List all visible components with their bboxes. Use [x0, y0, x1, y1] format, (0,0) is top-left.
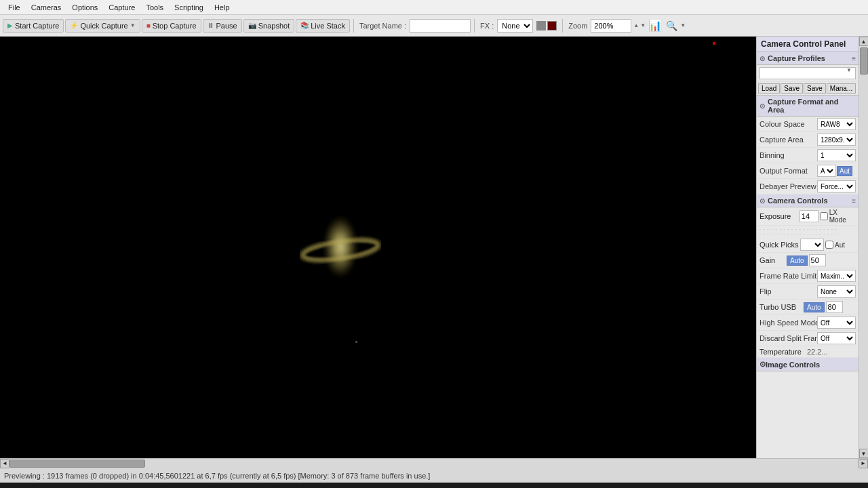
- exposure-slider-row-2[interactable]: · · · · · · · · · · · · · · · · · · · ·: [757, 232, 859, 237]
- lx-mode-checkbox[interactable]: [820, 212, 828, 220]
- magnifier-dropdown-icon[interactable]: ▼: [680, 22, 686, 28]
- zoom-input[interactable]: [591, 19, 631, 33]
- pause-button[interactable]: ⏸ Pause: [203, 19, 242, 33]
- save-button[interactable]: Save: [804, 83, 826, 94]
- debayer-preview-row: Debayer Preview Force...: [757, 179, 859, 195]
- load-button[interactable]: Load: [758, 83, 780, 94]
- scroll-right-button[interactable]: ►: [859, 459, 868, 468]
- exposure-row: Exposure LX Mode: [757, 207, 859, 226]
- menu-file[interactable]: File: [3, 2, 26, 13]
- debayer-preview-select[interactable]: Force...: [817, 180, 856, 192]
- gain-auto-button[interactable]: Auto: [787, 256, 808, 266]
- turbo-usb-row: Turbo USB Auto: [757, 300, 859, 315]
- discard-split-frames-label: Discard Split Frames: [760, 334, 817, 342]
- quick-capture-button[interactable]: ⚡ Quick Capture ▼: [65, 19, 140, 33]
- main-layout: Camera Control Panel ⊙ Capture Profiles …: [0, 37, 868, 458]
- quick-picks-label: Quick Picks: [760, 241, 800, 249]
- target-name-input[interactable]: [410, 19, 471, 33]
- target-name-label: Target Name :: [359, 22, 406, 30]
- histogram-icon[interactable]: 📊: [648, 19, 662, 32]
- camera-controls-header: ⊙ Camera Controls ≡: [757, 195, 859, 207]
- camera-controls-menu-icon[interactable]: ≡: [852, 197, 856, 205]
- start-capture-button[interactable]: ▶ Start Capture: [3, 19, 64, 33]
- image-area: [0, 37, 756, 458]
- scroll-down-button[interactable]: ▼: [859, 449, 869, 458]
- snapshot-button[interactable]: 📷 Snapshot: [243, 19, 294, 33]
- collapse-image-icon[interactable]: ⊙: [760, 360, 766, 369]
- quick-picks-auto-label: Aut: [835, 241, 845, 249]
- zoom-label: Zoom: [568, 22, 587, 30]
- gain-row: Gain Auto: [757, 253, 859, 268]
- right-layout: Camera Control Panel ⊙ Capture Profiles …: [756, 37, 868, 458]
- turbo-usb-label: Turbo USB: [760, 303, 804, 311]
- scroll-left-button[interactable]: ◄: [0, 459, 9, 468]
- quick-picks-auto-checkbox[interactable]: [825, 241, 833, 249]
- image-controls-header: ⊙ Image Controls: [757, 358, 859, 371]
- section-menu-icon[interactable]: ≡: [852, 55, 856, 62]
- high-speed-mode-select[interactable]: Off: [817, 317, 856, 329]
- colour-space-label: Colour Space: [760, 120, 817, 128]
- fx-label: FX :: [480, 22, 494, 30]
- manage-button[interactable]: Mana...: [827, 83, 856, 94]
- collapse-camera-icon[interactable]: ⊙: [760, 197, 765, 205]
- collapse-format-icon[interactable]: ⊙: [760, 102, 765, 110]
- menu-help[interactable]: Help: [209, 2, 235, 13]
- color-swatch-2[interactable]: [547, 21, 557, 30]
- temperature-value: 22.2...: [807, 348, 828, 356]
- temperature-label: Temperature: [760, 348, 807, 356]
- slider-track-1: · · · · · · · · · · · · · · · · · · · ·: [760, 227, 837, 232]
- exposure-slider-row[interactable]: · · · · · · · · · · · · · · · · · · · ·: [757, 226, 859, 232]
- profile-input[interactable]: [760, 67, 856, 79]
- live-stack-button[interactable]: 📚 Live Stack: [296, 19, 350, 33]
- flip-select[interactable]: None: [817, 285, 856, 298]
- gain-input[interactable]: [809, 254, 826, 266]
- center-marker: [355, 341, 357, 343]
- output-format-select[interactable]: A...: [817, 165, 836, 177]
- menu-options[interactable]: Options: [66, 2, 103, 13]
- turbo-auto-button[interactable]: Auto: [804, 302, 825, 312]
- exposure-input[interactable]: [800, 210, 818, 222]
- flip-row: Flip None: [757, 284, 859, 300]
- menu-capture[interactable]: Capture: [103, 2, 140, 13]
- frame-rate-row: Frame Rate Limit Maxim...: [757, 268, 859, 284]
- fx-select[interactable]: None: [497, 19, 533, 33]
- scroll-up-button[interactable]: ▲: [859, 37, 869, 46]
- capture-area-select[interactable]: 1280x9...: [817, 134, 856, 146]
- stop-capture-button[interactable]: ■ Stop Capture: [142, 19, 201, 33]
- quick-picks-row: Quick Picks Aut: [757, 237, 859, 253]
- debayer-preview-label: Debayer Preview: [760, 182, 817, 190]
- menu-bar: File Cameras Options Capture Tools Scrip…: [0, 0, 868, 15]
- turbo-input[interactable]: [826, 301, 843, 313]
- discard-split-select[interactable]: Off: [817, 332, 856, 344]
- status-text: Previewing : 1913 frames (0 dropped) in …: [4, 472, 430, 480]
- gain-label: Gain: [760, 256, 787, 264]
- frame-rate-select[interactable]: Maxim...: [817, 270, 856, 282]
- binning-select[interactable]: 1: [817, 149, 856, 161]
- slider-track-2: · · · · · · · · · · · · · · · · · · · ·: [760, 232, 837, 237]
- save-as-button[interactable]: Save: [781, 83, 803, 94]
- quick-picks-select[interactable]: [800, 239, 824, 251]
- colour-space-select[interactable]: RAW8: [817, 118, 856, 130]
- saturn-image: [300, 186, 381, 309]
- scroll-thumb[interactable]: [860, 47, 868, 75]
- magnifier-icon[interactable]: 🔍: [666, 20, 677, 31]
- capture-area-row: Capture Area 1280x9...: [757, 132, 859, 148]
- color-swatch-1[interactable]: [536, 21, 546, 30]
- exposure-slider-dots[interactable]: · · · · · · · · · · · · · · · · · · · ·: [760, 226, 856, 232]
- collapse-icon[interactable]: ⊙: [760, 55, 765, 62]
- capture-format-header: ⊙ Capture Format and Area: [757, 96, 859, 117]
- output-format-row: Output Format A... Aut: [757, 163, 859, 179]
- menu-cameras[interactable]: Cameras: [26, 2, 67, 13]
- exposure-slider-dots-2[interactable]: · · · · · · · · · · · · · · · · · · · ·: [760, 232, 856, 237]
- menu-scripting[interactable]: Scripting: [169, 2, 209, 13]
- saturn-svg: [300, 186, 381, 308]
- toolbar-separator: [353, 19, 354, 33]
- output-format-auto-button[interactable]: Aut: [837, 166, 852, 176]
- status-bar: Previewing : 1913 frames (0 dropped) in …: [0, 468, 868, 483]
- profile-buttons: Load Save Save Mana...: [757, 82, 859, 96]
- scroll-thumb-h[interactable]: [9, 460, 145, 468]
- zoom-up-icon[interactable]: ▲: [633, 22, 639, 28]
- menu-tools[interactable]: Tools: [140, 2, 169, 13]
- horizontal-scrollbar: ◄ ►: [0, 458, 868, 468]
- zoom-down-icon[interactable]: ▼: [640, 22, 646, 28]
